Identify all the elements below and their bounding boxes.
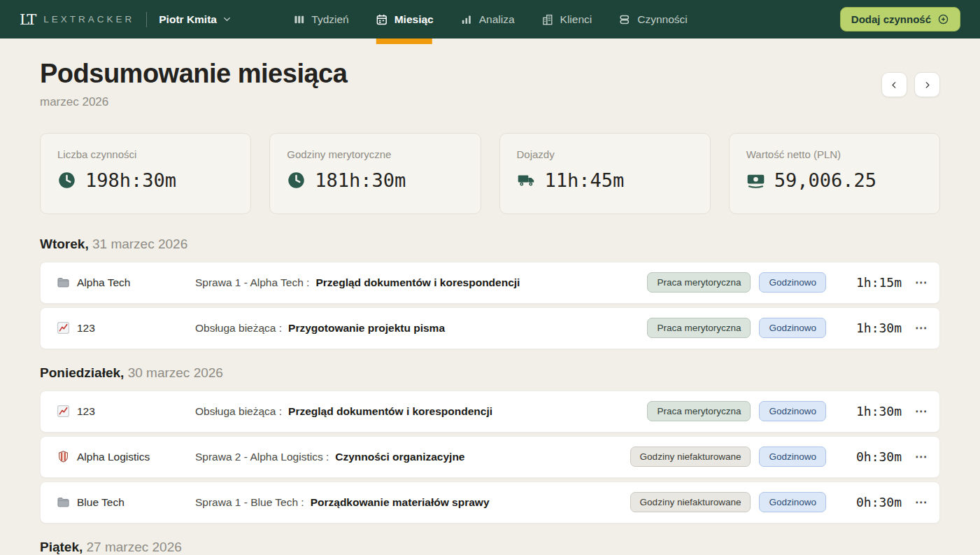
day-section: Poniedziałek, 30 marzec 2026 123 Obsługa… [40, 365, 940, 524]
month-pager [881, 72, 940, 109]
row-menu-button[interactable]: ⋯ [902, 404, 927, 419]
client-name: Alpha Logistics [77, 451, 150, 463]
activity-row[interactable]: 123 Obsługa bieżąca : Przegląd dokumentó… [40, 391, 940, 433]
tab-klienci[interactable]: Klienci [541, 0, 592, 38]
tab-analiza[interactable]: Analiza [460, 0, 515, 38]
day-entries: 123 Obsługa bieżąca : Przegląd dokumentó… [40, 391, 940, 524]
page-subtitle: marzec 2026 [40, 95, 347, 109]
page-title: Podsumowanie miesiąca [40, 59, 347, 89]
building-icon [541, 13, 554, 26]
logo-mark: LT [20, 11, 35, 28]
action-label: Czynności organizacyjne [335, 451, 464, 463]
next-month-button[interactable] [914, 72, 940, 97]
add-activity-button[interactable]: Dodaj czynność [840, 7, 960, 31]
client-name: 123 [77, 405, 95, 418]
add-activity-label: Dodaj czynność [851, 13, 931, 25]
tag-badge: Praca merytoryczna [647, 272, 751, 293]
activity-row[interactable]: Blue Tech Sprawa 1 - Blue Tech : Porządk… [40, 482, 940, 524]
day-date: 30 marzec 2026 [128, 365, 223, 380]
row-menu-button[interactable]: ⋯ [902, 321, 927, 335]
action-label: Przegląd dokumentów i korespondencji [288, 405, 492, 418]
action-label: Przygotowanie projektu pisma [288, 322, 445, 335]
row-menu-button[interactable]: ⋯ [902, 495, 927, 510]
description-cell: Sprawa 1 - Blue Tech : Porządkowanie mat… [195, 496, 630, 509]
client-cell: Alpha Logistics [57, 450, 195, 463]
chevron-left-icon [890, 80, 899, 90]
user-name: Piotr Kmita [159, 13, 217, 26]
stat-cards: Liczba czynności 198h:30m Godziny meryto… [40, 133, 940, 214]
client-name: Blue Tech [77, 496, 125, 509]
activity-row[interactable]: Alpha Logistics Sprawa 2 - Alpha Logisti… [40, 436, 940, 478]
stat-value: 11h:45m [545, 169, 625, 191]
case-label: Sprawa 2 - Alpha Logistics : [195, 451, 329, 463]
case-label: Sprawa 1 - Alpha Tech : [195, 276, 309, 289]
tab-label: Miesiąc [395, 13, 434, 26]
action-label: Przegląd dokumentów i korespondencji [315, 276, 520, 289]
tag-badge: Praca merytoryczna [647, 318, 751, 338]
top-bar: LT LEXTRACKER Piotr Kmita Tydzień Miesią… [0, 0, 980, 38]
tag-badge: Godziny niefakturowane [630, 492, 751, 512]
tab-tydzień[interactable]: Tydzień [292, 0, 348, 38]
brand-name: LEXTRACKER [43, 14, 134, 24]
stat-value: 59,006.25 [774, 169, 876, 191]
folder-icon [57, 496, 70, 509]
client-cell: 123 [57, 321, 195, 335]
billing-badge: Godzinowo [759, 492, 826, 512]
description-cell: Sprawa 2 - Alpha Logistics : Czynności o… [195, 451, 630, 463]
folder-icon [57, 276, 70, 289]
tag-badge: Godziny niefakturowane [630, 447, 751, 467]
billing-badge: Godzinowo [759, 318, 826, 338]
banknote-icon [746, 171, 765, 190]
circle-plus-icon [937, 13, 949, 25]
row-menu-button[interactable]: ⋯ [902, 449, 927, 464]
chevron-right-icon [923, 80, 932, 90]
tab-label: Klienci [560, 13, 592, 26]
day-name: Piątek, [40, 540, 83, 554]
day-heading: Piątek, 27 marzec 2026 [40, 540, 940, 555]
row-menu-button[interactable]: ⋯ [902, 275, 927, 290]
day-date: 31 marzec 2026 [92, 237, 187, 251]
chart-up-icon [57, 405, 70, 418]
stat-card: Godziny merytoryczne 181h:30m [269, 133, 481, 214]
stat-label: Dojazdy [517, 148, 693, 160]
title-row: Podsumowanie miesiąca marzec 2026 [40, 59, 940, 109]
month-summary-page: Podsumowanie miesiąca marzec 2026 Liczba… [0, 59, 980, 555]
tab-czynności[interactable]: Czynności [618, 0, 688, 38]
brand-logo: LT LEXTRACKER [20, 11, 134, 28]
case-label: Sprawa 1 - Blue Tech : [195, 496, 304, 509]
tab-label: Tydzień [311, 13, 348, 26]
client-cell: Blue Tech [57, 496, 195, 509]
chevron-down-icon [222, 15, 232, 24]
activity-row[interactable]: 123 Obsługa bieżąca : Przygotowanie proj… [40, 307, 940, 349]
activity-row[interactable]: Alpha Tech Sprawa 1 - Alpha Tech : Przeg… [40, 262, 940, 304]
duration: 1h:30m [826, 404, 902, 419]
description-cell: Obsługa bieżąca : Przygotowanie projektu… [195, 322, 647, 335]
client-cell: Alpha Tech [57, 276, 195, 289]
duration: 1h:30m [826, 321, 902, 335]
duration: 0h:30m [826, 449, 902, 464]
topbar-divider [146, 12, 147, 27]
stat-value: 181h:30m [315, 169, 406, 191]
day-entries: Alpha Tech Sprawa 1 - Alpha Tech : Przeg… [40, 262, 940, 349]
billing-badge: Godzinowo [759, 447, 826, 467]
stat-label: Wartość netto (PLN) [746, 148, 923, 160]
prev-month-button[interactable] [881, 72, 907, 97]
duration: 0h:30m [826, 495, 902, 510]
main-nav: Tydzień Miesiąc Analiza Klienci Czynnośc… [292, 0, 687, 38]
stat-label: Godziny merytoryczne [287, 148, 463, 160]
clock-icon [287, 171, 306, 190]
truck-icon [517, 171, 536, 190]
description-cell: Sprawa 1 - Alpha Tech : Przegląd dokumen… [195, 276, 647, 289]
shield-icon [57, 450, 70, 463]
billing-badge: Godzinowo [759, 401, 826, 421]
description-cell: Obsługa bieżąca : Przegląd dokumentów i … [195, 405, 647, 418]
client-name: Alpha Tech [77, 276, 130, 289]
user-menu[interactable]: Piotr Kmita [159, 13, 232, 26]
client-cell: 123 [57, 405, 195, 418]
day-heading: Wtorek, 31 marzec 2026 [40, 237, 940, 252]
bar-chart-icon [460, 13, 473, 26]
tab-label: Analiza [479, 13, 515, 26]
tab-label: Czynności [637, 13, 688, 26]
tab-miesiąc[interactable]: Miesiąc [376, 0, 434, 38]
stat-card: Wartość netto (PLN) 59,006.25 [729, 133, 940, 214]
